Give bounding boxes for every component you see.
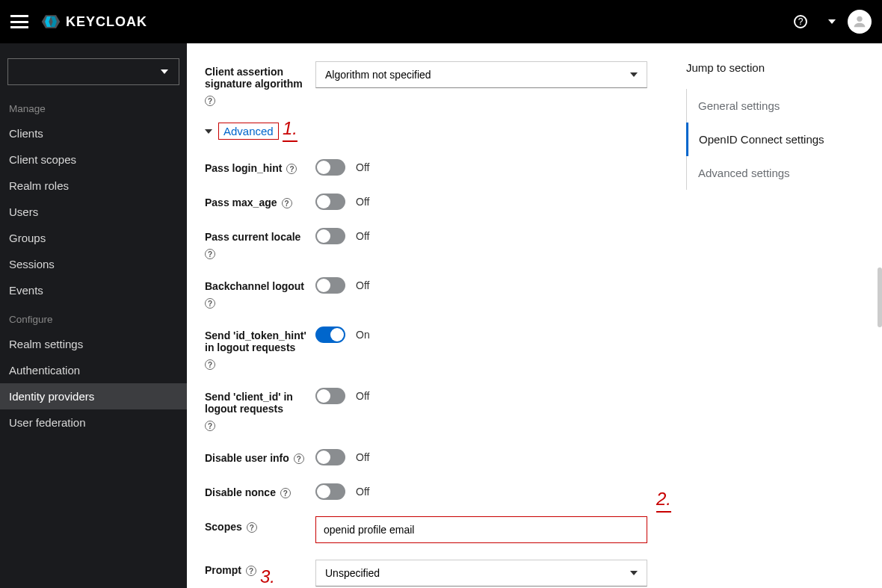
toggle-label: Pass login_hint?: [205, 158, 315, 174]
toggle-label: Pass max_age?: [205, 192, 315, 208]
help-icon[interactable]: ?: [205, 359, 215, 370]
scopes-label: Scopes ?: [205, 516, 315, 533]
prompt-label: Prompt ?: [205, 560, 315, 576]
form-area: Client assertion signature algorithm ? A…: [205, 61, 679, 588]
select-value: Unspecified: [325, 567, 380, 579]
toggle-label: Send 'client_id' in logout requests?: [205, 386, 315, 431]
toggle-switch[interactable]: [315, 159, 345, 176]
jump-item-general-settings[interactable]: General settings: [686, 89, 867, 123]
help-icon[interactable]: ?: [205, 249, 215, 259]
select-value: Algorithm not specified: [325, 69, 431, 81]
svg-point-3: [857, 16, 862, 22]
toggle-state-label: Off: [356, 279, 369, 291]
chevron-down-icon: [205, 129, 212, 134]
toggle-state-label: Off: [356, 390, 369, 402]
help-icon[interactable]: ?: [794, 15, 807, 28]
sidebar-item-identity-providers[interactable]: Identity providers: [0, 383, 187, 409]
brand-logo[interactable]: KEYCLOAK: [40, 11, 147, 32]
realm-selector[interactable]: [7, 58, 179, 85]
sidebar: ManageClientsClient scopesRealm rolesUse…: [0, 43, 187, 588]
sidebar-item-clients[interactable]: Clients: [0, 120, 187, 146]
avatar-button[interactable]: [848, 10, 872, 34]
topbar: KEYCLOAK ?: [0, 0, 882, 43]
sidebar-item-authentication[interactable]: Authentication: [0, 357, 187, 383]
help-icon[interactable]: ?: [247, 522, 257, 533]
jump-title: Jump to section: [686, 61, 867, 74]
help-icon[interactable]: ?: [205, 298, 215, 309]
help-icon[interactable]: ?: [294, 454, 304, 464]
toggle-switch[interactable]: [315, 194, 345, 210]
sidebar-item-client-scopes[interactable]: Client scopes: [0, 146, 187, 173]
sidebar-section-heading: Manage: [0, 93, 187, 120]
help-icon[interactable]: ?: [280, 488, 291, 498]
avatar-icon: [851, 13, 868, 30]
toggle-switch[interactable]: [315, 449, 345, 465]
advanced-section-toggle[interactable]: Advanced: [205, 123, 664, 140]
toggle-state-label: Off: [356, 451, 369, 463]
brand-text: KEYCLOAK: [66, 14, 147, 30]
chevron-down-icon: [630, 72, 638, 77]
help-icon[interactable]: ?: [246, 566, 256, 576]
help-icon[interactable]: ?: [282, 198, 292, 208]
help-icon[interactable]: ?: [286, 164, 297, 174]
toggle-state-label: Off: [356, 230, 369, 242]
keycloak-logo-icon: [40, 11, 61, 32]
toggle-label: Backchannel logout?: [205, 276, 315, 309]
sidebar-item-sessions[interactable]: Sessions: [0, 251, 187, 277]
chevron-down-icon: [161, 69, 168, 74]
toggle-label: Send 'id_token_hint' in logout requests?: [205, 325, 315, 370]
toggle-state-label: On: [356, 329, 370, 341]
prompt-select[interactable]: Unspecified: [315, 560, 647, 587]
help-icon[interactable]: ?: [205, 96, 215, 106]
toggle-switch[interactable]: [315, 327, 345, 343]
toggle-switch[interactable]: [315, 228, 345, 244]
topbar-right: ?: [794, 10, 872, 34]
client-assertion-algo-select[interactable]: Algorithm not specified: [315, 61, 647, 88]
advanced-section-title: Advanced: [218, 123, 279, 140]
menu-toggle-button[interactable]: [10, 15, 28, 28]
sidebar-section-heading: Configure: [0, 303, 187, 331]
jump-item-advanced-settings[interactable]: Advanced settings: [686, 156, 867, 190]
toggle-label: Disable user info?: [205, 448, 315, 464]
sidebar-item-user-federation[interactable]: User federation: [0, 409, 187, 436]
sidebar-item-realm-roles[interactable]: Realm roles: [0, 173, 187, 199]
toggle-switch[interactable]: [315, 483, 345, 500]
toggle-switch[interactable]: [315, 277, 345, 294]
toggle-label: Disable nonce?: [205, 482, 315, 498]
help-icon[interactable]: ?: [205, 421, 215, 431]
toggle-state-label: Off: [356, 196, 369, 208]
client-assertion-algo-label: Client assertion signature algorithm ?: [205, 61, 315, 106]
main-content: Client assertion signature algorithm ? A…: [187, 43, 882, 588]
scrollbar-thumb[interactable]: [878, 267, 882, 327]
sidebar-item-groups[interactable]: Groups: [0, 225, 187, 251]
svg-marker-0: [42, 15, 61, 28]
user-dropdown-caret-icon[interactable]: [828, 19, 836, 24]
topbar-left: KEYCLOAK: [10, 11, 147, 32]
jump-to-section: Jump to section General settingsOpenID C…: [679, 61, 867, 588]
scopes-input[interactable]: [315, 516, 647, 543]
toggle-label: Pass current locale?: [205, 226, 315, 259]
chevron-down-icon: [630, 571, 638, 575]
toggle-state-label: Off: [356, 161, 369, 173]
jump-item-openid-connect-settings[interactable]: OpenID Connect settings: [686, 123, 867, 156]
sidebar-item-realm-settings[interactable]: Realm settings: [0, 331, 187, 357]
toggle-switch[interactable]: [315, 388, 345, 404]
sidebar-item-users[interactable]: Users: [0, 199, 187, 225]
toggle-state-label: Off: [356, 486, 369, 498]
sidebar-item-events[interactable]: Events: [0, 277, 187, 303]
